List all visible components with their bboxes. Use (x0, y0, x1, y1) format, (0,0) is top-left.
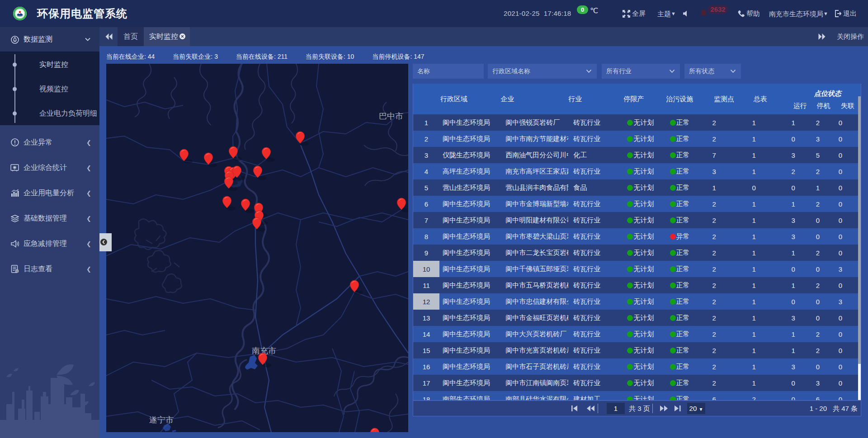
svg-text:遂宁市: 遂宁市 (149, 415, 174, 424)
svg-text:巴中市: 巴中市 (379, 112, 403, 121)
